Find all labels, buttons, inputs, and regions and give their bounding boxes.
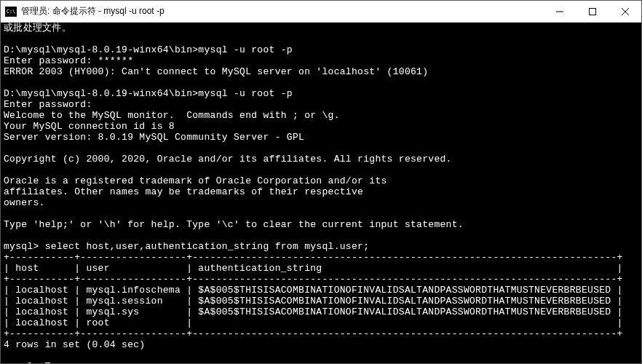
close-button[interactable] (609, 1, 641, 22)
output-line: Enter password: (4, 99, 92, 110)
window-titlebar: 管理员: 命令提示符 - mysql -u root -p (1, 1, 641, 23)
table-row: | localhost | mysql.infoschema | $A$005$… (4, 285, 623, 296)
window-controls (543, 1, 641, 22)
query-line: mysql> select host,user,authentication_s… (4, 241, 369, 252)
error-line: ERROR 2003 (HY000): Can't connect to MyS… (4, 66, 428, 77)
cursor (45, 363, 50, 363)
output-line: affiliates. Other names may be trademark… (4, 186, 363, 197)
table-row: | localhost | mysql.session | $A$005$THI… (4, 296, 623, 306)
output-line: Welcome to the MySQL monitor. Commands e… (4, 110, 340, 121)
output-line: Server version: 8.0.19 MySQL Community S… (4, 132, 304, 143)
result-line: 4 rows in set (0.04 sec) (4, 339, 145, 350)
output-line: Oracle is a registered trademark of Orac… (4, 175, 387, 186)
output-line: Your MySQL connection id is 8 (4, 121, 175, 132)
command-line: D:\mysql\mysql-8.0.19-winx64\bin>mysql -… (4, 44, 293, 55)
cmd-icon (5, 7, 17, 17)
minimize-button[interactable] (543, 1, 576, 22)
output-line: Copyright (c) 2000, 2020, Oracle and/or … (4, 154, 452, 165)
output-line: 或批处理文件。 (4, 23, 71, 33)
table-separator: +-----------+------------------+--------… (4, 252, 623, 263)
terminal-output[interactable]: 或批处理文件。 D:\mysql\mysql-8.0.19-winx64\bin… (1, 23, 641, 363)
table-header: | host | user | authentication_string | (4, 263, 623, 274)
table-row: | localhost | root | | (4, 317, 623, 328)
command-line: D:\mysql\mysql-8.0.19-winx64\bin>mysql -… (4, 88, 293, 99)
window-title: 管理员: 命令提示符 - mysql -u root -p (21, 5, 543, 17)
table-separator: +-----------+------------------+--------… (4, 328, 623, 339)
output-line: Type 'help;' or '\h' for help. Type '\c'… (4, 219, 464, 230)
output-line: Enter password: ****** (4, 55, 133, 66)
mysql-prompt: mysql> (4, 361, 45, 363)
maximize-button[interactable] (576, 1, 609, 22)
output-line: owners. (4, 197, 45, 208)
table-separator: +-----------+------------------+--------… (4, 274, 623, 285)
table-row: | localhost | mysql.sys | $A$005$THISISA… (4, 306, 623, 317)
svg-rect-1 (589, 8, 595, 15)
